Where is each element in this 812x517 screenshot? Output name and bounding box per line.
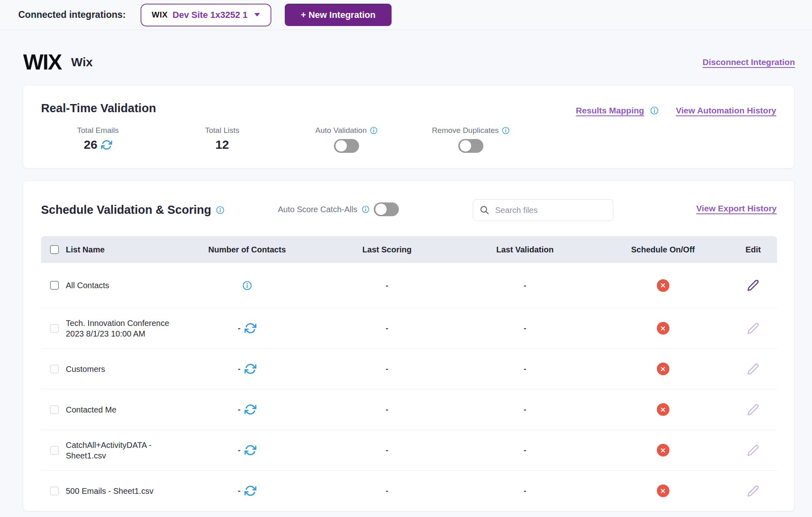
edit-icon[interactable] bbox=[747, 444, 759, 456]
auto-score-info-icon[interactable] bbox=[362, 205, 370, 213]
table-row: All Contacts - - bbox=[41, 263, 777, 308]
schedule-off-icon[interactable] bbox=[657, 363, 669, 375]
realtime-validation-title: Real-Time Validation bbox=[41, 102, 156, 115]
table-header: List Name Number of Contacts Last Scorin… bbox=[41, 236, 777, 263]
contacts-value: - bbox=[238, 486, 241, 495]
last-validation-value: - bbox=[524, 281, 526, 290]
connected-integrations-label: Connected integrations: bbox=[18, 9, 126, 20]
schedule-off-icon[interactable] bbox=[657, 279, 669, 292]
results-mapping-info-icon[interactable] bbox=[650, 106, 659, 115]
chevron-down-icon bbox=[254, 13, 260, 17]
schedule-off-icon[interactable] bbox=[657, 322, 669, 335]
last-scoring-value: - bbox=[385, 281, 388, 290]
last-validation-value: - bbox=[524, 405, 526, 414]
auto-validation-toggle[interactable] bbox=[334, 139, 359, 153]
total-lists-label: Total Lists bbox=[205, 126, 239, 135]
col-number-of-contacts: Number of Contacts bbox=[173, 245, 320, 254]
schedule-validation-info-icon[interactable] bbox=[216, 206, 225, 215]
refresh-icon[interactable] bbox=[245, 322, 256, 334]
integration-select[interactable]: WIX Dev Site 1x3252 1 bbox=[141, 4, 271, 26]
select-all-checkbox[interactable] bbox=[50, 245, 59, 254]
col-schedule-on-off: Schedule On/Off bbox=[597, 245, 729, 254]
list-name: Contacted Me bbox=[66, 404, 117, 415]
auto-score-label: Auto Score Catch-Alls bbox=[278, 205, 357, 214]
total-lists-value: 12 bbox=[215, 138, 229, 152]
col-edit: Edit bbox=[729, 245, 777, 254]
integration-select-value: Dev Site 1x3252 1 bbox=[173, 10, 248, 20]
view-automation-history-link[interactable]: View Automation History bbox=[676, 106, 776, 115]
table-row: Contacted Me - - - bbox=[41, 389, 777, 430]
refresh-icon[interactable] bbox=[245, 485, 256, 497]
edit-icon[interactable] bbox=[747, 363, 759, 375]
last-validation-value: - bbox=[524, 445, 526, 455]
contacts-value: - bbox=[238, 364, 241, 374]
wix-logo: WIX bbox=[23, 50, 61, 74]
schedule-off-icon[interactable] bbox=[657, 484, 669, 497]
col-last-validation: Last Validation bbox=[453, 245, 597, 254]
list-name: Tech. Innovation Conference 2023 8/1/23 … bbox=[66, 318, 171, 339]
row-checkbox[interactable] bbox=[50, 487, 59, 495]
list-name: 500 Emails - Sheet1.csv bbox=[66, 486, 154, 496]
contacts-info-icon[interactable] bbox=[242, 280, 252, 291]
topbar: Connected integrations: WIX Dev Site 1x3… bbox=[0, 0, 812, 30]
remove-duplicates-toggle[interactable] bbox=[458, 139, 483, 153]
page: Connected integrations: WIX Dev Site 1x3… bbox=[0, 0, 812, 517]
results-mapping-link[interactable]: Results Mapping bbox=[576, 106, 644, 115]
schedule-off-icon[interactable] bbox=[657, 403, 669, 416]
refresh-icon[interactable] bbox=[245, 404, 256, 415]
search-box bbox=[473, 199, 613, 221]
refresh-icon[interactable] bbox=[245, 363, 256, 375]
row-checkbox[interactable] bbox=[50, 281, 59, 290]
last-scoring-value: - bbox=[385, 364, 388, 374]
edit-icon[interactable] bbox=[747, 485, 759, 497]
table-row: 500 Emails - Sheet1.csv - - - bbox=[41, 471, 777, 511]
stat-total-emails: Total Emails 26 bbox=[36, 126, 160, 153]
list-name: Customers bbox=[66, 364, 105, 374]
lists-table: List Name Number of Contacts Last Scorin… bbox=[41, 236, 777, 511]
remove-duplicates-block: Remove Duplicates bbox=[409, 126, 533, 153]
col-list-name: List Name bbox=[66, 245, 105, 254]
row-checkbox[interactable] bbox=[50, 446, 59, 455]
auto-validation-label: Auto Validation bbox=[315, 126, 366, 135]
table-row: Tech. Innovation Conference 2023 8/1/23 … bbox=[41, 308, 777, 349]
auto-validation-info-icon[interactable] bbox=[370, 126, 378, 135]
stat-total-lists: Total Lists 12 bbox=[160, 126, 284, 153]
row-checkbox[interactable] bbox=[50, 324, 59, 333]
total-emails-value: 26 bbox=[84, 138, 97, 152]
new-integration-button[interactable]: + New Integration bbox=[285, 4, 392, 26]
last-scoring-value: - bbox=[385, 445, 388, 455]
auto-score-toggle[interactable] bbox=[374, 202, 399, 216]
schedule-validation-card: Schedule Validation & Scoring Auto Score… bbox=[23, 180, 795, 511]
page-title: Wix bbox=[71, 55, 93, 69]
schedule-off-icon[interactable] bbox=[657, 444, 669, 456]
auto-validation-block: Auto Validation bbox=[284, 126, 409, 153]
list-name: CatchAll+ActivityDATA - Sheet1.csv bbox=[66, 440, 171, 461]
search-icon bbox=[480, 205, 489, 215]
last-validation-value: - bbox=[524, 324, 526, 333]
page-header: WIX Wix Disconnect Integration bbox=[23, 50, 795, 74]
refresh-icon[interactable] bbox=[245, 444, 256, 456]
edit-icon[interactable] bbox=[747, 322, 759, 335]
row-checkbox[interactable] bbox=[50, 405, 59, 414]
contacts-value: - bbox=[238, 324, 241, 333]
refresh-icon[interactable] bbox=[101, 139, 112, 150]
realtime-validation-card: Real-Time Validation Results Mapping Vie… bbox=[23, 85, 795, 169]
edit-icon[interactable] bbox=[747, 279, 759, 291]
total-emails-label: Total Emails bbox=[77, 126, 119, 135]
stats-row: Total Emails 26 Total Lists 12 Auto Vali… bbox=[36, 126, 533, 153]
view-export-history-link[interactable]: View Export History bbox=[696, 204, 777, 213]
schedule-validation-title: Schedule Validation & Scoring bbox=[41, 203, 211, 217]
last-scoring-value: - bbox=[385, 324, 388, 333]
table-row: Customers - - - bbox=[41, 349, 777, 389]
edit-icon[interactable] bbox=[747, 404, 759, 416]
search-input[interactable] bbox=[495, 206, 606, 215]
contacts-value: - bbox=[238, 405, 241, 414]
last-validation-value: - bbox=[524, 486, 526, 495]
table-row: CatchAll+ActivityDATA - Sheet1.csv - - - bbox=[41, 430, 777, 471]
list-name: All Contacts bbox=[66, 280, 109, 291]
remove-duplicates-label: Remove Duplicates bbox=[432, 126, 499, 135]
remove-duplicates-info-icon[interactable] bbox=[502, 126, 510, 135]
row-checkbox[interactable] bbox=[50, 365, 59, 374]
disconnect-integration-link[interactable]: Disconnect Integration bbox=[702, 57, 795, 67]
last-validation-value: - bbox=[524, 364, 526, 374]
